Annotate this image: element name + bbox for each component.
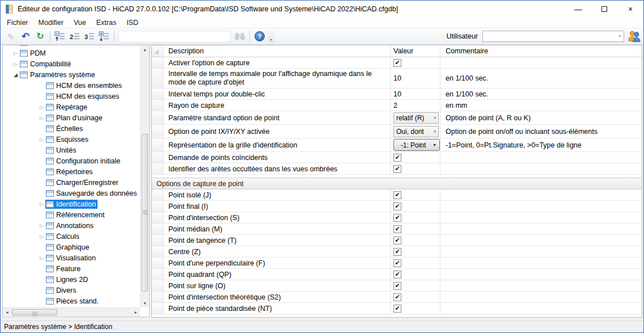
- chevron-right-icon[interactable]: ▷: [38, 201, 45, 207]
- chevron-right-icon[interactable]: ▷: [38, 104, 45, 110]
- checkbox-checked[interactable]: ✔: [393, 225, 401, 233]
- menu-modifier[interactable]: Modifier: [33, 18, 69, 28]
- tree-item-hcm-des-esquisses[interactable]: HCM des esquisses: [3, 91, 140, 102]
- row-header[interactable]: [152, 88, 163, 99]
- help-button[interactable]: ?: [253, 29, 266, 43]
- checkbox-checked[interactable]: ✔: [393, 154, 401, 162]
- tree-item-hcm-des-ensembles[interactable]: HCM des ensembles: [3, 80, 140, 91]
- edit-button[interactable]: ✎: [4, 29, 18, 43]
- user-combobox[interactable]: ▾: [482, 31, 624, 42]
- chevron-right-icon[interactable]: ▷: [38, 115, 45, 121]
- tree-vertical-scrollbar[interactable]: ▲ ▼: [140, 45, 149, 307]
- value-dropdown-button[interactable]: -1: Point ▼: [393, 139, 440, 151]
- value-combobox[interactable]: Oui, dont ▾: [393, 126, 439, 137]
- user-manager-button[interactable]: [628, 30, 641, 43]
- column-header-commentaire[interactable]: Commentaire: [440, 45, 642, 57]
- tree-item-feature[interactable]: Feature: [3, 263, 140, 274]
- checkbox-checked[interactable]: ✔: [393, 165, 401, 173]
- tree-item-referencement[interactable]: Référencement: [3, 209, 140, 220]
- tree-item-echelles[interactable]: Échelles: [3, 123, 140, 134]
- toolbar-overflow-button[interactable]: ▾: [268, 29, 274, 43]
- row-header[interactable]: [152, 100, 163, 111]
- row-header[interactable]: [152, 152, 163, 163]
- tree-item-compatibilite[interactable]: ▷Compatibilité: [3, 58, 140, 69]
- tree-item-graphique[interactable]: Graphique: [3, 242, 140, 252]
- tree-item-parametres-systeme[interactable]: ◢Paramètres système: [3, 69, 140, 80]
- expand-all-button[interactable]: [98, 29, 111, 43]
- menu-isd[interactable]: ISD: [121, 18, 143, 28]
- checkbox-checked[interactable]: ✔: [393, 237, 401, 245]
- checkbox-checked[interactable]: ✔: [393, 203, 401, 210]
- chevron-expanded-icon[interactable]: ◢: [12, 72, 19, 78]
- value-combobox[interactable]: relatif (R) ▾: [393, 112, 439, 124]
- checkbox-checked[interactable]: ✔: [393, 259, 401, 267]
- tree-item-plan-d-usinage[interactable]: ▷Plan d'usinage: [3, 112, 140, 123]
- row-header[interactable]: [152, 212, 163, 223]
- row-header[interactable]: [152, 163, 163, 174]
- tree-item-reperage[interactable]: ▷Repérage: [3, 102, 140, 112]
- tree-item-identification[interactable]: ▷Identification: [3, 199, 140, 209]
- checkbox-checked[interactable]: ✔: [393, 282, 401, 290]
- checkbox-checked[interactable]: ✔: [393, 248, 401, 256]
- row-header[interactable]: [152, 111, 163, 124]
- row-header[interactable]: [152, 258, 163, 268]
- tree-item-configuration-initiale[interactable]: Configuration initiale: [3, 155, 140, 166]
- scrollbar-thumb[interactable]: [12, 309, 57, 315]
- checkbox-checked[interactable]: ✔: [393, 271, 401, 279]
- tree-item-divers[interactable]: Divers: [3, 285, 140, 296]
- menu-extras[interactable]: Extras: [91, 18, 121, 28]
- menu-fichier[interactable]: Fichier: [2, 18, 33, 28]
- scrollbar-thumb[interactable]: [142, 134, 148, 292]
- row-header[interactable]: [152, 303, 163, 314]
- row-header[interactable]: [152, 189, 163, 200]
- tree-horizontal-scrollbar[interactable]: ◄ ►: [3, 307, 140, 317]
- row-header[interactable]: [152, 269, 163, 280]
- row-header[interactable]: [152, 138, 163, 151]
- expand-level-2-button[interactable]: 2: [68, 29, 82, 43]
- column-header-description[interactable]: Description: [163, 45, 391, 57]
- column-header-valeur[interactable]: Valeur: [391, 45, 440, 57]
- tree-item-annotations[interactable]: ▷Annotations: [3, 220, 140, 231]
- checkbox-checked[interactable]: ✔: [393, 214, 401, 222]
- tree-item-calculs[interactable]: ▷Calculs: [3, 231, 140, 242]
- setting-value[interactable]: 2: [391, 100, 440, 111]
- expand-level-3-button[interactable]: 3: [83, 29, 96, 43]
- row-header[interactable]: [152, 201, 163, 212]
- scroll-right-icon[interactable]: ►: [132, 308, 140, 317]
- tree-item-repertoires[interactable]: Répertoires: [3, 166, 140, 177]
- select-all-corner[interactable]: [152, 45, 163, 57]
- search-button[interactable]: [233, 29, 247, 43]
- chevron-right-icon[interactable]: ▷: [38, 223, 45, 229]
- menu-vue[interactable]: Vue: [69, 18, 91, 28]
- tree-item-unites[interactable]: Unités: [3, 145, 140, 155]
- tree-item-lignes-2d[interactable]: Lignes 2D: [3, 274, 140, 285]
- row-header[interactable]: [152, 292, 163, 302]
- collapse-all-button[interactable]: [53, 29, 67, 43]
- chevron-right-icon[interactable]: ▷: [12, 50, 19, 56]
- refresh-button[interactable]: ↻: [33, 29, 47, 43]
- minimize-button[interactable]: —: [565, 1, 591, 18]
- chevron-right-icon[interactable]: ▷: [38, 255, 45, 261]
- checkbox-checked[interactable]: ✔: [393, 59, 401, 67]
- tree-item-pdm[interactable]: ▷PDM: [3, 48, 140, 58]
- checkbox-checked[interactable]: ✔: [393, 191, 401, 199]
- row-header[interactable]: [152, 69, 163, 88]
- undo-button[interactable]: ↶: [19, 29, 32, 43]
- tree-item-charger-enregistrer[interactable]: Charger/Enregistrer: [3, 177, 140, 188]
- row-header[interactable]: [152, 235, 163, 246]
- row-header[interactable]: [152, 246, 163, 257]
- close-button[interactable]: ×: [617, 1, 643, 18]
- tree-item-pieces-stand[interactable]: Pièces stand.: [3, 296, 140, 306]
- setting-value[interactable]: 10: [391, 69, 440, 88]
- checkbox-checked[interactable]: ✔: [393, 305, 401, 313]
- tree-item-visualisation[interactable]: ▷Visualisation: [3, 252, 140, 263]
- tree-item-sauvegarde-des-donnees[interactable]: Sauvegarde des données: [3, 188, 140, 199]
- chevron-right-icon[interactable]: ▷: [38, 137, 45, 142]
- chevron-right-icon[interactable]: ▷: [12, 61, 19, 67]
- scroll-left-icon[interactable]: ◄: [3, 308, 11, 317]
- checkbox-checked[interactable]: ✔: [393, 293, 401, 301]
- row-header[interactable]: [152, 224, 163, 234]
- row-header[interactable]: [152, 57, 163, 68]
- setting-value[interactable]: 10: [391, 88, 440, 99]
- row-header[interactable]: [152, 280, 163, 291]
